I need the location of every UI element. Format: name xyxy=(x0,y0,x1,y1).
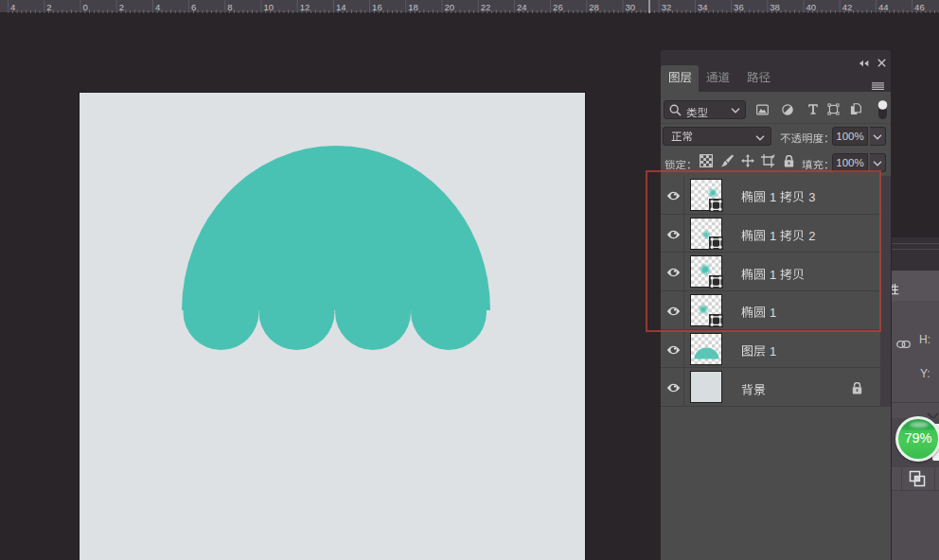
svg-text:0: 0 xyxy=(83,2,88,12)
svg-text:26: 26 xyxy=(553,2,563,12)
svg-text:42: 42 xyxy=(842,2,853,12)
svg-text:36: 36 xyxy=(734,2,744,12)
svg-text:2: 2 xyxy=(119,2,124,12)
svg-text:10: 10 xyxy=(264,2,275,12)
svg-text:4: 4 xyxy=(10,2,15,12)
svg-text:18: 18 xyxy=(408,2,418,12)
svg-text:2: 2 xyxy=(46,2,51,12)
svg-text:44: 44 xyxy=(878,2,889,12)
svg-text:16: 16 xyxy=(372,2,382,12)
svg-text:12: 12 xyxy=(300,2,310,12)
svg-text:34: 34 xyxy=(698,2,708,12)
svg-text:8: 8 xyxy=(227,2,232,12)
svg-text:40: 40 xyxy=(806,2,817,12)
svg-text:38: 38 xyxy=(770,2,780,12)
svg-text:4: 4 xyxy=(155,2,160,12)
svg-text:14: 14 xyxy=(336,2,346,12)
svg-text:22: 22 xyxy=(481,2,491,12)
svg-text:28: 28 xyxy=(589,2,599,12)
svg-text:32: 32 xyxy=(662,2,672,12)
svg-text:6: 6 xyxy=(191,2,196,12)
svg-text:46: 46 xyxy=(914,2,925,12)
svg-text:24: 24 xyxy=(517,2,527,12)
svg-text:20: 20 xyxy=(445,2,455,12)
svg-text:30: 30 xyxy=(626,2,636,12)
